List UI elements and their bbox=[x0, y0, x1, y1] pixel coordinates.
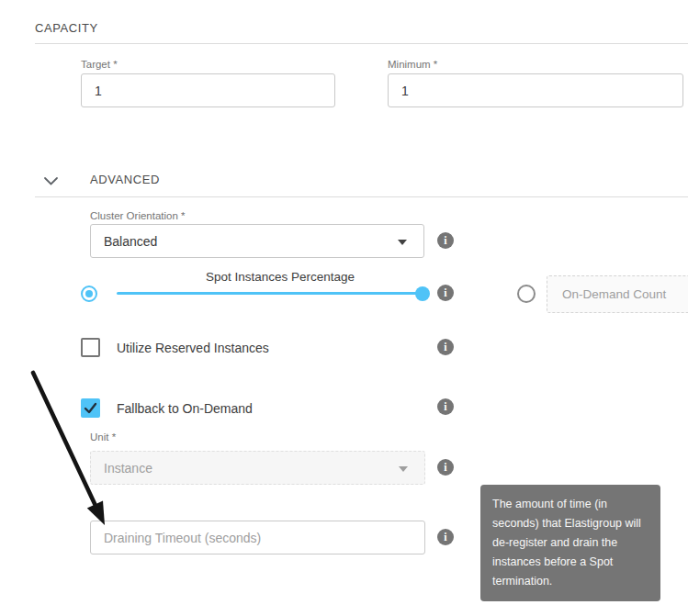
advanced-section-title: ADVANCED bbox=[90, 173, 160, 186]
capacity-section-title: CAPACITY bbox=[35, 21, 98, 35]
draining-timeout-input[interactable] bbox=[90, 521, 425, 554]
unit-label: Unit * bbox=[90, 431, 116, 442]
minimum-label: Minimum * bbox=[388, 59, 437, 70]
draining-timeout-info-icon[interactable]: i bbox=[437, 529, 454, 545]
unit-value: Instance bbox=[104, 461, 152, 476]
checkmark-icon bbox=[81, 398, 100, 418]
dropdown-caret-icon bbox=[398, 240, 407, 245]
fallback-on-demand-checkbox[interactable] bbox=[81, 398, 100, 418]
target-label: Target * bbox=[81, 59, 118, 70]
radio-dot bbox=[85, 290, 93, 297]
spot-percentage-radio[interactable] bbox=[81, 286, 97, 302]
advanced-divider bbox=[35, 196, 688, 197]
cluster-orientation-info-icon[interactable]: i bbox=[437, 232, 454, 249]
on-demand-count-radio[interactable] bbox=[517, 285, 536, 303]
utilize-reserved-info-icon[interactable]: i bbox=[437, 339, 454, 355]
spot-percentage-slider-track[interactable] bbox=[117, 292, 423, 295]
fallback-on-demand-label: Fallback to On-Demand bbox=[117, 401, 253, 416]
minimum-input[interactable] bbox=[388, 73, 683, 107]
cluster-orientation-select[interactable]: Balanced bbox=[90, 224, 424, 258]
capacity-divider bbox=[35, 43, 688, 44]
draining-timeout-tooltip: The amount of time (in seconds) that Ela… bbox=[480, 485, 660, 601]
utilize-reserved-checkbox[interactable] bbox=[81, 338, 100, 357]
fallback-on-demand-info-icon[interactable]: i bbox=[437, 398, 454, 415]
spot-percentage-label: Spot Instances Percentage bbox=[117, 270, 444, 284]
spot-percentage-slider-thumb[interactable] bbox=[415, 286, 430, 301]
capacity-settings-page: { "colors": { "accent_blue": "#4FC3F7", … bbox=[0, 0, 688, 616]
spot-percentage-info-icon[interactable]: i bbox=[437, 285, 454, 301]
cluster-orientation-label: Cluster Orientation * bbox=[90, 210, 186, 221]
unit-select: Instance bbox=[90, 451, 425, 485]
cluster-orientation-value: Balanced bbox=[104, 234, 157, 249]
unit-info-icon[interactable]: i bbox=[437, 459, 454, 476]
utilize-reserved-label: Utilize Reserved Instances bbox=[117, 341, 269, 355]
advanced-collapse-chevron-down-icon[interactable] bbox=[43, 174, 59, 190]
on-demand-count-input bbox=[547, 275, 688, 313]
target-input[interactable] bbox=[81, 73, 335, 107]
dropdown-caret-icon bbox=[399, 466, 408, 472]
